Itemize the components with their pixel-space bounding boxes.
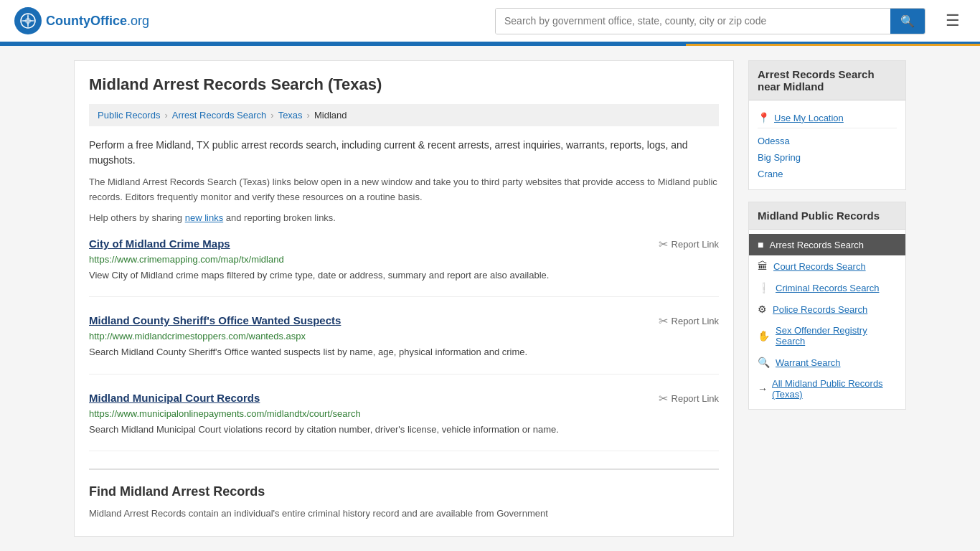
result-title: Midland County Sheriff's Office Wanted S…: [89, 314, 341, 326]
result-desc: Search Midland County Sheriff's Office w…: [89, 345, 719, 359]
sidebar-nearby-header: Arrest Records Search near Midland: [749, 61, 905, 100]
criminal-icon: ❕: [758, 282, 770, 293]
arrest-records-icon: ■: [758, 239, 763, 250]
result-title: Midland Municipal Court Records: [89, 392, 260, 404]
result-link[interactable]: Midland County Sheriff's Office Wanted S…: [89, 314, 341, 326]
sex-offender-link[interactable]: Sex Offender Registry Search: [776, 325, 897, 347]
result-link[interactable]: City of Midland Crime Maps: [89, 237, 230, 250]
sidebar-item-criminal-records[interactable]: ❕ Criminal Records Search: [749, 277, 905, 298]
find-desc: Midland Arrest Records contain an indivi…: [89, 507, 719, 522]
arrow-icon: →: [758, 383, 768, 395]
sidebar-records-header: Midland Public Records: [749, 202, 905, 230]
location-pin-icon: 📍: [758, 112, 770, 123]
site-header: CountyOffice.org 🔍 ☰: [0, 0, 980, 46]
hamburger-icon: ☰: [946, 11, 960, 29]
report-link[interactable]: ✂ Report Link: [659, 314, 719, 328]
menu-button[interactable]: ☰: [940, 9, 966, 33]
search-button[interactable]: 🔍: [890, 9, 925, 34]
police-records-link[interactable]: Police Records Search: [773, 304, 867, 315]
report-icon: ✂: [659, 314, 668, 328]
breadcrumb-public-records[interactable]: Public Records: [98, 110, 160, 121]
search-icon: 🔍: [900, 15, 915, 27]
breadcrumb-midland: Midland: [314, 110, 347, 121]
sidebar-nearby-bigspring[interactable]: Big Spring: [758, 149, 897, 166]
result-desc: Search Midland Municipal Court violation…: [89, 423, 719, 437]
court-records-link[interactable]: Court Records Search: [773, 261, 866, 272]
sidebar-nearby-body: 📍 Use My Location Odessa Big Spring Cran…: [749, 100, 905, 189]
result-item: City of Midland Crime Maps ✂ Report Link…: [89, 237, 719, 298]
breadcrumb-texas[interactable]: Texas: [278, 110, 303, 121]
sidebar: Arrest Records Search near Midland 📍 Use…: [748, 60, 906, 537]
all-records-link[interactable]: All Midland Public Records (Texas): [772, 378, 897, 400]
warrant-icon: 🔍: [758, 357, 770, 368]
page-title: Midland Arrest Records Search (Texas): [89, 75, 719, 94]
sidebar-nearby-crane[interactable]: Crane: [758, 166, 897, 182]
sidebar-item-police-records[interactable]: ⚙ Police Records Search: [749, 298, 905, 320]
result-header: Midland County Sheriff's Office Wanted S…: [89, 314, 719, 328]
arrest-records-link[interactable]: Arrest Records Search: [769, 240, 864, 250]
report-icon: ✂: [659, 237, 668, 251]
result-header: Midland Municipal Court Records ✂ Report…: [89, 392, 719, 405]
sidebar-nearby-odessa[interactable]: Odessa: [758, 133, 897, 149]
result-item: Midland County Sheriff's Office Wanted S…: [89, 314, 719, 375]
sidebar-records-body: ■ Arrest Records Search 🏛 Court Records …: [749, 230, 905, 409]
sex-offender-icon: ✋: [758, 330, 770, 342]
report-link[interactable]: ✂ Report Link: [659, 237, 719, 251]
find-title: Find Midland Arrest Records: [89, 484, 719, 499]
result-desc: View City of Midland crime maps filtered…: [89, 268, 719, 283]
warrant-link[interactable]: Warrant Search: [776, 357, 841, 368]
logo[interactable]: CountyOffice.org: [14, 7, 149, 34]
report-icon: ✂: [659, 392, 668, 405]
sidebar-records-section: Midland Public Records ■ Arrest Records …: [748, 202, 906, 410]
breadcrumb-arrest-records[interactable]: Arrest Records Search: [172, 110, 267, 121]
criminal-records-link[interactable]: Criminal Records Search: [776, 283, 880, 293]
use-location-link[interactable]: Use My Location: [774, 113, 844, 123]
main-container: Midland Arrest Records Search (Texas) Pu…: [60, 46, 920, 551]
sidebar-item-sex-offender[interactable]: ✋ Sex Offender Registry Search: [749, 320, 905, 352]
logo-text: CountyOffice.org: [46, 14, 149, 29]
police-icon: ⚙: [758, 303, 767, 315]
sidebar-nearby-section: Arrest Records Search near Midland 📍 Use…: [748, 60, 906, 190]
search-bar: 🔍: [495, 8, 925, 34]
result-link[interactable]: Midland Municipal Court Records: [89, 392, 260, 404]
sidebar-item-court-records[interactable]: 🏛 Court Records Search: [749, 255, 905, 277]
result-title: City of Midland Crime Maps: [89, 237, 230, 250]
find-section: Find Midland Arrest Records Midland Arre…: [89, 468, 719, 522]
report-link[interactable]: ✂ Report Link: [659, 392, 719, 405]
result-url: http://www.midlandcrimestoppers.com/want…: [89, 331, 719, 342]
use-location[interactable]: 📍 Use My Location: [758, 108, 897, 128]
search-input[interactable]: [496, 9, 890, 34]
sidebar-item-arrest-records[interactable]: ■ Arrest Records Search: [749, 234, 905, 255]
result-item: Midland Municipal Court Records ✂ Report…: [89, 392, 719, 452]
sidebar-item-warrant[interactable]: 🔍 Warrant Search: [749, 352, 905, 373]
new-links-link[interactable]: new links: [185, 212, 223, 223]
intro-text: Perform a free Midland, TX public arrest…: [89, 138, 719, 168]
note-text: The Midland Arrest Records Search (Texas…: [89, 175, 719, 205]
sidebar-all-records[interactable]: → All Midland Public Records (Texas): [749, 373, 905, 405]
breadcrumb: Public Records › Arrest Records Search ›…: [89, 104, 719, 126]
result-header: City of Midland Crime Maps ✂ Report Link: [89, 237, 719, 251]
result-url: https://www.crimemapping.com/map/tx/midl…: [89, 254, 719, 265]
result-url: https://www.municipalonlinepayments.com/…: [89, 408, 719, 419]
court-icon: 🏛: [758, 260, 768, 272]
logo-icon: [14, 7, 42, 34]
share-text: Help others by sharing new links and rep…: [89, 212, 719, 223]
content-area: Midland Arrest Records Search (Texas) Pu…: [74, 60, 734, 537]
